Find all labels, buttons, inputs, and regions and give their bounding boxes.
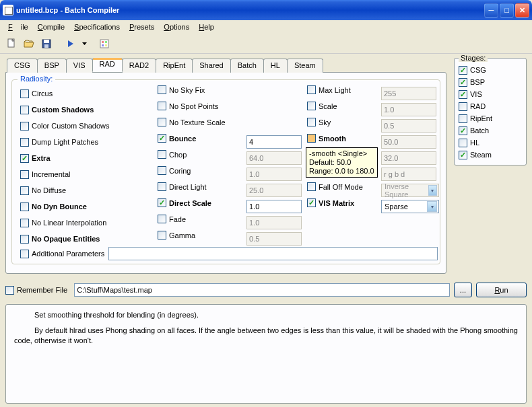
option-gamma[interactable]: Gamma [158, 231, 195, 239]
option-coring[interactable]: Coring [158, 166, 191, 175]
map-file-input[interactable] [74, 283, 450, 297]
specs-toolbar-button[interactable] [97, 36, 112, 51]
stage-batch[interactable]: Batch [459, 124, 522, 137]
smooth-tooltip: -smooth <Single> Default: 50.0 Range: 0.… [306, 147, 378, 178]
stage-rad[interactable]: RAD [459, 100, 522, 112]
coring-input [246, 168, 302, 181]
scale-input [381, 103, 436, 116]
tab-shared[interactable]: Shared [192, 59, 230, 73]
option-circus[interactable]: Circus [20, 89, 53, 98]
chop-input [246, 151, 302, 165]
tab-vis[interactable]: VIS [66, 59, 93, 73]
stages-box: Stages: CSGBSPVISRADRipEntBatchHLSteam [454, 58, 527, 165]
titlebar: untitled.bcp - Batch Compiler ─ □ ✕ [0, 0, 532, 20]
option-no-sky-fix[interactable]: No Sky Fix [158, 85, 205, 94]
option-fade[interactable]: Fade [158, 215, 186, 223]
menubar: File Compile Specifications Presets Opti… [0, 20, 532, 34]
stage-vis[interactable]: VIS [459, 88, 522, 100]
stage-hl[interactable]: HL [459, 137, 522, 149]
menu-compile[interactable]: Compile [34, 22, 69, 32]
option-additional-parameters[interactable]: Additional Parameters [20, 250, 104, 258]
tab-csg[interactable]: CSG [7, 59, 38, 73]
option-extra[interactable]: Extra [20, 154, 51, 163]
direct-light-input [246, 184, 302, 197]
option-direct-light[interactable]: Direct Light [158, 182, 207, 191]
bounce-input[interactable] [246, 135, 302, 149]
menu-options[interactable]: Options [160, 22, 193, 32]
svg-rect-8 [105, 44, 107, 46]
fieldset-legend: Radiosity: [18, 75, 55, 83]
option-dump-light-patches[interactable]: Dump Light Patches [20, 138, 98, 147]
direct-scale-input[interactable] [246, 200, 302, 213]
tab-hl[interactable]: HL [263, 59, 288, 73]
option-no-dyn-bounce[interactable]: No Dyn Bounce [20, 202, 87, 211]
option-max-light[interactable]: Max Light [307, 85, 351, 94]
toolbar [0, 34, 532, 54]
tab-steam[interactable]: Steam [287, 59, 323, 73]
max-light-input [381, 87, 436, 100]
remember-file-checkbox[interactable]: Remember File [5, 286, 67, 295]
svg-rect-6 [105, 41, 107, 43]
new-button[interactable] [4, 36, 19, 51]
maximize-button[interactable]: □ [500, 3, 514, 17]
app-icon [3, 5, 13, 15]
radiosity-fieldset: Radiosity: CircusCustom ShadowsColor Cus… [11, 79, 440, 264]
fade-input [246, 216, 302, 229]
option-vis-matrix[interactable]: VIS Matrix [307, 198, 354, 207]
run-button[interactable]: Run [476, 283, 527, 297]
tab-batch[interactable]: Batch [230, 59, 264, 73]
option-no-linear-interpolation[interactable]: No Linear Interpolation [20, 219, 106, 227]
option-custom-shadows[interactable]: Custom Shadows [20, 106, 94, 114]
sky-input [381, 119, 436, 133]
tab-rad[interactable]: RAD [92, 58, 123, 72]
option-smooth[interactable]: Smooth [307, 134, 346, 143]
window-title: untitled.bcp - Batch Compiler [16, 6, 483, 14]
tab-bsp[interactable]: BSP [37, 59, 67, 73]
svg-rect-4 [100, 40, 108, 48]
smooth-input [381, 135, 436, 149]
option-no-opaque-entities[interactable]: No Opaque Entities [20, 235, 100, 244]
stages-title: Stages: [459, 54, 488, 62]
svg-rect-2 [44, 40, 49, 43]
option-incremental[interactable]: Incremental [20, 170, 70, 179]
option-color-custom-shadows[interactable]: Color Custom Shadows [20, 122, 110, 131]
option-fall-off-mode[interactable]: Fall Off Mode [307, 182, 363, 191]
menu-presets[interactable]: Presets [125, 22, 158, 32]
open-button[interactable] [22, 36, 36, 51]
stage-csg[interactable]: CSG [459, 64, 522, 76]
option-chop[interactable]: Chop [158, 150, 187, 159]
tab-ripent[interactable]: RipEnt [156, 59, 193, 73]
svg-rect-5 [102, 41, 104, 43]
option-no-spot-points[interactable]: No Spot Points [158, 102, 218, 110]
chevron-down-icon: ▾ [428, 185, 437, 196]
run-toolbar-button[interactable] [63, 36, 78, 51]
option-scale[interactable]: Scale [307, 102, 337, 110]
option-no-diffuse[interactable]: No Diffuse [20, 186, 66, 195]
gamma-input [246, 232, 302, 246]
chevron-down-icon: ▾ [427, 201, 437, 212]
stage-ripent[interactable]: RipEnt [459, 112, 522, 124]
option-sky[interactable]: Sky [307, 118, 331, 126]
option-direct-scale[interactable]: Direct Scale [158, 198, 211, 207]
minimize-button[interactable]: ─ [484, 3, 498, 17]
tab-rad2[interactable]: RAD2 [122, 59, 156, 73]
menu-specifications[interactable]: Specifications [70, 22, 124, 32]
tabstrip: CSGBSPVISRADRAD2RipEntSharedBatchHLSteam [5, 58, 446, 72]
browse-button[interactable]: ... [454, 283, 472, 297]
menu-help[interactable]: Help [195, 22, 218, 32]
description-box: Set smoothing threshold for blending (in… [5, 304, 527, 404]
stage-bsp[interactable]: BSP [459, 76, 522, 88]
option-no-texture-scale[interactable]: No Texture Scale [158, 118, 226, 126]
run-dropdown-icon[interactable] [81, 36, 88, 51]
option-bounce[interactable]: Bounce [158, 134, 196, 143]
menu-file[interactable]: File [4, 22, 32, 32]
tab-panel-rad: Radiosity: CircusCustom ShadowsColor Cus… [5, 72, 446, 274]
soft-light-input [381, 151, 436, 165]
stage-steam[interactable]: Steam [459, 149, 522, 161]
close-button[interactable]: ✕ [515, 3, 529, 17]
save-button[interactable] [39, 36, 54, 51]
svg-rect-7 [102, 44, 104, 46]
fall-off-mode-select: Inverse Square▾ [381, 184, 439, 197]
additional-parameters-input[interactable] [108, 247, 438, 260]
vis-matrix-select[interactable]: Sparse▾ [381, 200, 439, 213]
